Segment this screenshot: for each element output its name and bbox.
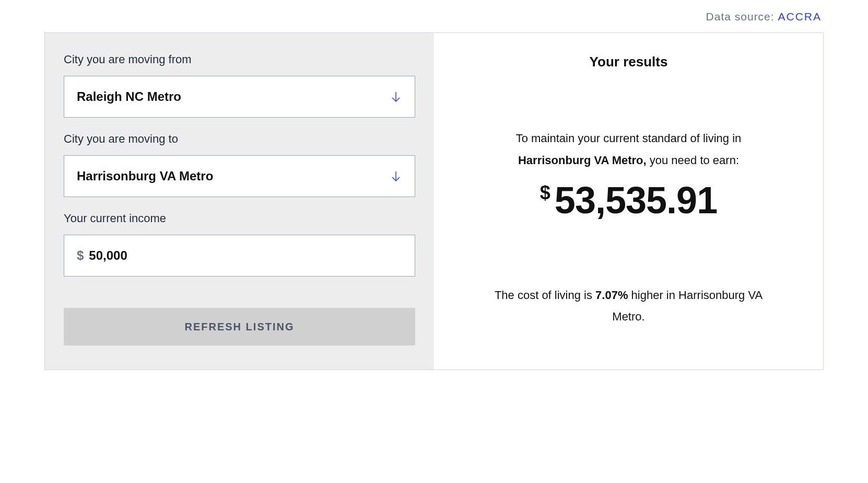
from-city-label: City you are moving from xyxy=(64,53,415,66)
arrow-down-icon xyxy=(390,90,402,103)
comparison-suffix: higher in Harrisonburg VA Metro. xyxy=(612,289,763,324)
results-intro-city: Harrisonburg VA Metro, xyxy=(518,154,647,167)
comparison-text: The cost of living is 7.07% higher in Ha… xyxy=(483,284,775,328)
comparison-prefix: The cost of living is xyxy=(495,289,595,302)
income-input[interactable] xyxy=(89,248,402,263)
income-label: Your current income xyxy=(64,212,415,225)
from-city-group: City you are moving from Raleigh NC Metr… xyxy=(64,53,415,118)
input-panel: City you are moving from Raleigh NC Metr… xyxy=(45,33,434,370)
results-intro-prefix: To maintain your current standard of liv… xyxy=(516,132,742,145)
currency-sign: $ xyxy=(77,248,84,263)
amount-display: $ 53,535.91 xyxy=(540,179,717,222)
to-city-label: City you are moving to xyxy=(64,132,415,146)
data-source-link[interactable]: ACCRA xyxy=(778,10,822,22)
results-intro: To maintain your current standard of liv… xyxy=(483,128,775,171)
from-city-value: Raleigh NC Metro xyxy=(77,89,390,104)
results-title: Your results xyxy=(590,54,668,70)
refresh-button[interactable]: REFRESH LISTING xyxy=(64,308,415,346)
calculator-container: City you are moving from Raleigh NC Metr… xyxy=(44,32,824,370)
to-city-select[interactable]: Harrisonburg VA Metro xyxy=(64,155,415,197)
data-source-label: Data source: ACCRA xyxy=(44,10,824,23)
to-city-value: Harrisonburg VA Metro xyxy=(77,169,390,183)
data-source-text: Data source: xyxy=(706,10,778,22)
results-panel: Your results To maintain your current st… xyxy=(434,33,823,370)
income-group: Your current income $ xyxy=(64,212,415,277)
results-intro-suffix: you need to earn: xyxy=(647,154,739,167)
amount-value: 53,535.91 xyxy=(555,179,717,222)
arrow-down-icon xyxy=(390,170,402,182)
from-city-select[interactable]: Raleigh NC Metro xyxy=(64,76,415,118)
to-city-group: City you are moving to Harrisonburg VA M… xyxy=(64,132,415,197)
income-input-wrapper[interactable]: $ xyxy=(64,235,415,277)
comparison-percent: 7.07% xyxy=(595,289,628,302)
amount-currency: $ xyxy=(540,182,550,204)
